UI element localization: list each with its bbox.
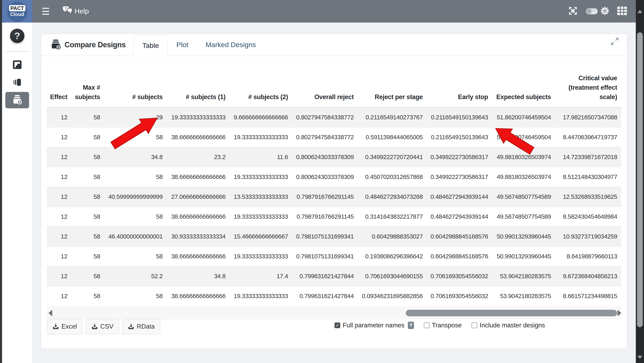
- logo-line1: PACT: [9, 5, 26, 11]
- table-row[interactable]: 125840.5999999999999927.0666666666666613…: [47, 187, 621, 207]
- grid-table-icon[interactable]: [617, 6, 627, 16]
- table-cell: 12: [47, 286, 72, 306]
- export-csv-button[interactable]: CSV: [86, 319, 119, 334]
- table-cell: 8.447063964719737: [555, 127, 621, 147]
- table-cell: 0.2116549150139643: [427, 127, 492, 147]
- export-rdata-button[interactable]: RData: [122, 319, 160, 334]
- table-row[interactable]: 12585838.6666666666666619.33333333333333…: [47, 247, 621, 266]
- app-logo: PACT Cloud: [2, 0, 32, 22]
- table-cell: 0.7061693044690155: [358, 266, 427, 286]
- table-cell: 49.56748507754589: [492, 187, 555, 207]
- column-header-expected-subjects: Expected subjects: [492, 59, 555, 107]
- scroll-down-arrow[interactable]: [638, 356, 642, 359]
- column-header--subjects-2-: # subjects (2): [230, 59, 292, 107]
- table-cell: 58: [72, 147, 104, 167]
- export-excel-button[interactable]: Excel: [47, 319, 82, 334]
- sidebar-toggle-button[interactable]: [42, 8, 49, 15]
- table-cell: 12: [47, 266, 72, 286]
- table-cell: 8.582430454648984: [555, 207, 621, 227]
- table-cell: 0.799631621427844: [292, 286, 358, 306]
- table-row[interactable]: 12585838.6666666666666619.33333333333333…: [47, 127, 621, 147]
- table-row[interactable]: 12582919.333333333333339.666666666666666…: [47, 107, 621, 127]
- table-cell: 58: [72, 167, 104, 187]
- table-cell: 8.64198879660113: [555, 247, 621, 266]
- sidebar-divider: [5, 51, 29, 52]
- download-icon: [52, 323, 59, 330]
- settings-sun-icon[interactable]: [600, 6, 610, 16]
- table-row[interactable]: 125852.234.817.40.7996316214278440.70616…: [47, 266, 621, 286]
- horizontal-scrollbar-thumb[interactable]: [406, 310, 617, 316]
- table-row[interactable]: 12585838.6666666666666619.33333333333333…: [47, 167, 621, 187]
- vertical-scrollbar[interactable]: [636, 0, 644, 363]
- tab-table[interactable]: Table: [134, 35, 168, 56]
- user-avatar[interactable]: ?: [10, 29, 24, 43]
- table-cell: 58: [72, 247, 104, 266]
- tab-bar: TablePlotMarked Designs: [134, 34, 265, 55]
- checkbox-unchecked[interactable]: [472, 323, 477, 328]
- table-cell: 51.86200746459504: [492, 107, 555, 127]
- help-badge[interactable]: ?: [408, 322, 414, 329]
- table-cell: 15.46666666666667: [230, 227, 292, 247]
- horizontal-scrollbar[interactable]: [47, 307, 621, 319]
- checkbox-unchecked[interactable]: [424, 323, 430, 328]
- table-cell: 17.4: [230, 266, 292, 286]
- table-cell: 58: [104, 207, 167, 227]
- card-stack-icon: [12, 77, 22, 88]
- table-cell: 12: [47, 107, 72, 127]
- table-cell: 11.6: [230, 147, 292, 167]
- table-cell: 19.33333333333333: [167, 107, 230, 127]
- table-cell: 0.8027947584338772: [292, 127, 358, 147]
- logo-line2: Cloud: [10, 11, 24, 17]
- column-header-early-stop: Early stop: [427, 59, 492, 107]
- table-row[interactable]: 125846.4000000000000130.9333333333333415…: [47, 227, 621, 247]
- vertical-scrollbar-thumb[interactable]: [637, 32, 643, 327]
- table-cell: 0.7981075131699341: [292, 247, 358, 266]
- table-cell: 0.5911398444065005: [358, 127, 427, 147]
- table-cell: 0.4507020312657868: [358, 167, 427, 187]
- sidebar-item-designs[interactable]: [2, 60, 32, 70]
- scroll-right-arrow[interactable]: [618, 310, 621, 316]
- table-cell: 0.2116549150139643: [427, 107, 492, 127]
- column-header-critical-value: Critical value (treatment effect scale): [555, 59, 621, 107]
- table-cell: 0.09346231695882856: [358, 286, 427, 306]
- option-label: Full parameter names: [343, 322, 404, 329]
- fullscreen-icon[interactable]: [568, 6, 578, 16]
- sidebar-item-compare-designs-selected[interactable]: [5, 92, 29, 108]
- expand-panel-icon[interactable]: [610, 37, 619, 46]
- table-cell: 38.66666666666666: [167, 127, 230, 147]
- table-cell: 19.33333333333333: [230, 286, 292, 306]
- table-header-row: EffectMax # subjects# subjects# subjects…: [47, 59, 621, 107]
- option-include-master-designs[interactable]: Include master designs: [472, 322, 545, 329]
- table-cell: 0.4846272943939144: [427, 207, 492, 227]
- table-cell: 0.3499222730586317: [427, 147, 492, 167]
- table-cell: 23.2: [167, 147, 230, 167]
- table-row[interactable]: 12585838.6666666666666619.33333333333333…: [47, 207, 621, 227]
- table-cell: 49.88180326503974: [492, 147, 555, 167]
- table-cell: 14.72339871672018: [555, 147, 621, 167]
- table-cell: 30.93333333333334: [167, 227, 230, 247]
- column-header--subjects-1-: # subjects (1): [167, 59, 230, 107]
- table-cell: 0.4846272943939144: [427, 187, 492, 207]
- table-cell: 0.6042988845168576: [427, 247, 492, 266]
- table-cell: 0.2116549140273767: [358, 107, 427, 127]
- scroll-left-arrow[interactable]: [48, 310, 52, 316]
- flipboard-steps-icon: [12, 60, 22, 70]
- table-cell: 12: [47, 227, 72, 247]
- checkbox-checked[interactable]: ✓: [334, 323, 340, 328]
- table-cell: 53.9042180283575: [492, 286, 555, 306]
- column-header-max-: Max # subjects: [72, 59, 104, 107]
- sidebar-item-stages[interactable]: [2, 77, 32, 88]
- table-cell: 0.8006243033378309: [292, 167, 358, 187]
- table-cell: 0.7987916766291145: [292, 187, 358, 207]
- table-row[interactable]: 125834.823.211.60.80062430333783090.3499…: [47, 147, 621, 167]
- option-full-parameter-names[interactable]: ✓Full parameter names?: [334, 322, 414, 329]
- help-menu[interactable]: ? Help: [63, 6, 89, 16]
- tab-plot[interactable]: Plot: [168, 34, 197, 55]
- table-cell: 12: [47, 167, 72, 187]
- theme-toggle-switch[interactable]: [586, 8, 598, 14]
- table-cell: 8.512148430304977: [555, 167, 621, 187]
- tab-marked-designs[interactable]: Marked Designs: [197, 34, 264, 55]
- option-transpose[interactable]: Transpose: [424, 322, 462, 329]
- scroll-up-arrow[interactable]: [638, 10, 642, 13]
- table-row[interactable]: 12585838.6666666666666619.33333333333333…: [47, 286, 621, 306]
